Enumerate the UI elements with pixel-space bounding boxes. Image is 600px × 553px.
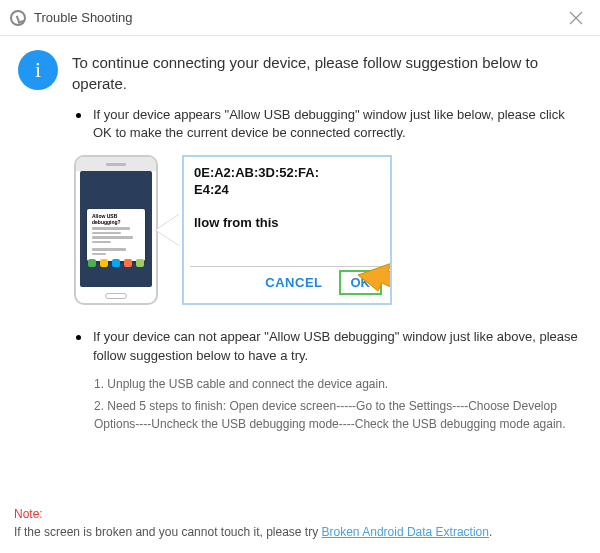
close-button[interactable]: [564, 6, 588, 30]
phone-popup-title: Allow USB debugging?: [92, 213, 140, 225]
illustration: Allow USB debugging?: [74, 150, 586, 310]
phone-mockup: Allow USB debugging?: [74, 155, 158, 305]
intro-text: To continue connecting your device, plea…: [72, 50, 586, 94]
instruction-2: If your device can not appear "Allow USB…: [70, 328, 586, 364]
note-body-after: .: [489, 525, 492, 539]
instruction-1-text: If your device appears "Allow USB debugg…: [93, 106, 586, 142]
close-icon: [569, 11, 583, 25]
bullet-icon: [76, 335, 81, 340]
step-1: 1. Unplug the USB cable and connect the …: [94, 375, 586, 393]
bullet-icon: [76, 113, 81, 118]
step-2: 2. Need 5 steps to finish: Open device s…: [94, 397, 586, 433]
dialog-body: i To continue connecting your device, pl…: [0, 36, 600, 447]
dialog-cancel-button[interactable]: CANCEL: [265, 275, 322, 290]
allow-text-fragment: llow from this: [194, 215, 382, 230]
titlebar: Trouble Shooting: [0, 0, 600, 36]
instruction-2-text: If your device can not appear "Allow USB…: [93, 328, 586, 364]
note-section: Note: If the screen is broken and you ca…: [14, 505, 586, 541]
broken-android-link[interactable]: Broken Android Data Extraction: [322, 525, 489, 539]
substeps: 1. Unplug the USB cable and connect the …: [94, 375, 586, 433]
rsa-fingerprint-1: 0E:A2:AB:3D:52:FA:: [194, 165, 382, 180]
rsa-fingerprint-2: E4:24: [194, 182, 382, 197]
window-title: Trouble Shooting: [34, 10, 133, 25]
title-left: Trouble Shooting: [10, 10, 133, 26]
callout-pointer-icon: [156, 214, 180, 246]
instruction-1: If your device appears "Allow USB debugg…: [70, 106, 586, 142]
dialog-ok-button[interactable]: OK: [339, 270, 383, 295]
note-body-before: If the screen is broken and you cannot t…: [14, 525, 322, 539]
app-icon: [10, 10, 26, 26]
usb-debug-dialog-zoom: 0E:A2:AB:3D:52:FA: E4:24 llow from this …: [182, 155, 392, 305]
note-label: Note:: [14, 507, 43, 521]
info-icon: i: [18, 50, 58, 90]
